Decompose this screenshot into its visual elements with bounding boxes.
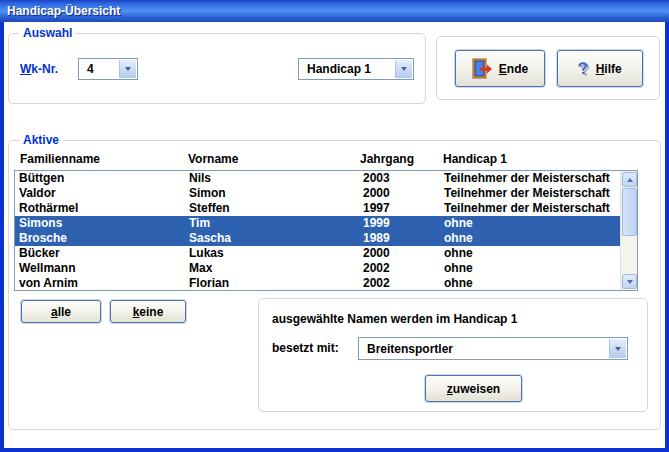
handicap-value: Handicap 1	[299, 62, 394, 76]
title-bar[interactable]: Handicap-Übersicht	[0, 0, 669, 22]
cell-familienname: Valdor	[19, 186, 56, 201]
cell-vorname: Sascha	[189, 231, 231, 246]
exit-door-icon	[472, 58, 492, 80]
cell-jahrgang: 1997	[363, 201, 390, 216]
auswahl-group-label: Auswahl	[19, 26, 76, 40]
table-row[interactable]: von Arnim Florian 2002 ohne	[15, 276, 620, 291]
window-title: Handicap-Übersicht	[7, 4, 120, 18]
cell-familienname: Simons	[19, 216, 62, 231]
cell-vorname: Lukas	[189, 246, 224, 261]
alle-button[interactable]: alle	[21, 300, 101, 323]
cell-vorname: Florian	[189, 276, 229, 291]
cell-vorname: Nils	[189, 171, 211, 186]
besetzt-mit-label: besetzt mit:	[272, 341, 339, 355]
ende-button-label: Ende	[499, 62, 528, 76]
table-row[interactable]: Rothärmel Steffen 1997 Teilnehmer der Me…	[15, 201, 620, 216]
cell-jahrgang: 2000	[363, 186, 390, 201]
table-row[interactable]: Brosche Sascha 1989 ohne	[15, 231, 620, 246]
cell-handicap: ohne	[444, 246, 473, 261]
table-row[interactable]: Wellmann Max 2002 ohne	[15, 261, 620, 276]
besetzt-mit-value: Breitensportler	[359, 342, 608, 356]
cell-jahrgang: 2000	[363, 246, 390, 261]
dialog-client-area: Auswahl Wk-Nr. 4 Handicap 1 Ende	[4, 22, 665, 448]
keine-button[interactable]: keine	[110, 300, 186, 323]
scroll-down-icon[interactable]	[622, 274, 637, 289]
table-row[interactable]: Valdor Simon 2000 Teilnehmer der Meister…	[15, 186, 620, 201]
column-header-vorname: Vorname	[188, 152, 238, 166]
cell-jahrgang: 2002	[363, 276, 390, 291]
listbox-rows: Büttgen Nils 2003 Teilnehmer der Meister…	[15, 171, 620, 290]
cell-vorname: Tim	[189, 216, 210, 231]
cell-handicap: ohne	[444, 216, 473, 231]
cell-jahrgang: 2003	[363, 171, 390, 186]
alle-button-label: alle	[51, 305, 71, 319]
cell-familienname: Wellmann	[19, 261, 75, 276]
column-header-handicap: Handicap 1	[443, 152, 507, 166]
aktive-listbox[interactable]: Büttgen Nils 2003 Teilnehmer der Meister…	[14, 170, 638, 291]
cell-jahrgang: 2002	[363, 261, 390, 276]
table-row[interactable]: Büttgen Nils 2003 Teilnehmer der Meister…	[15, 171, 620, 186]
cell-familienname: Brosche	[19, 231, 67, 246]
scrollbar-thumb[interactable]	[622, 188, 637, 236]
wk-nr-label: Wk-Nr.	[20, 62, 58, 76]
cell-jahrgang: 1999	[363, 216, 390, 231]
hilfe-button-label: Hilfe	[596, 62, 622, 76]
table-row[interactable]: Simons Tim 1999 ohne	[15, 216, 620, 231]
cell-familienname: von Arnim	[19, 276, 78, 291]
zuweisen-button-label: zuweisen	[447, 382, 500, 396]
table-row[interactable]: Bücker Lukas 2000 ohne	[15, 246, 620, 261]
zuweisen-button[interactable]: zuweisen	[425, 375, 522, 402]
cell-familienname: Rothärmel	[19, 201, 78, 216]
scroll-up-icon[interactable]	[622, 172, 637, 187]
chevron-down-icon[interactable]	[119, 60, 136, 78]
cell-handicap: Teilnehmer der Meisterschaft	[444, 171, 610, 186]
wk-nr-value: 4	[79, 62, 118, 76]
column-header-jahrgang: Jahrgang	[360, 152, 414, 166]
cell-handicap: Teilnehmer der Meisterschaft	[444, 201, 610, 216]
ende-button[interactable]: Ende	[455, 50, 545, 87]
besetzt-mit-combobox[interactable]: Breitensportler	[358, 337, 628, 360]
vertical-scrollbar[interactable]	[620, 171, 637, 290]
cell-vorname: Max	[189, 261, 212, 276]
cell-handicap: Teilnehmer der Meisterschaft	[444, 186, 610, 201]
chevron-down-icon[interactable]	[609, 339, 626, 358]
column-header-familienname: Familienname	[20, 152, 100, 166]
handicap-combobox[interactable]: Handicap 1	[298, 58, 414, 80]
cell-handicap: ohne	[444, 276, 473, 291]
wk-nr-combobox[interactable]: 4	[78, 58, 138, 80]
cell-familienname: Büttgen	[19, 171, 64, 186]
cell-vorname: Steffen	[189, 201, 230, 216]
chevron-down-icon[interactable]	[395, 60, 412, 78]
aktive-group-label: Aktive	[19, 133, 63, 147]
question-mark-icon: ?	[577, 59, 590, 77]
cell-handicap: ohne	[444, 261, 473, 276]
assign-info-text: ausgewählte Namen werden im Handicap 1	[272, 312, 517, 326]
cell-handicap: ohne	[444, 231, 473, 246]
keine-button-label: keine	[133, 305, 164, 319]
dialog-window: Handicap-Übersicht Auswahl Wk-Nr. 4 Hand…	[0, 0, 669, 452]
cell-jahrgang: 1989	[363, 231, 390, 246]
cell-familienname: Bücker	[19, 246, 60, 261]
hilfe-button[interactable]: ? Hilfe	[557, 50, 643, 87]
cell-vorname: Simon	[189, 186, 226, 201]
